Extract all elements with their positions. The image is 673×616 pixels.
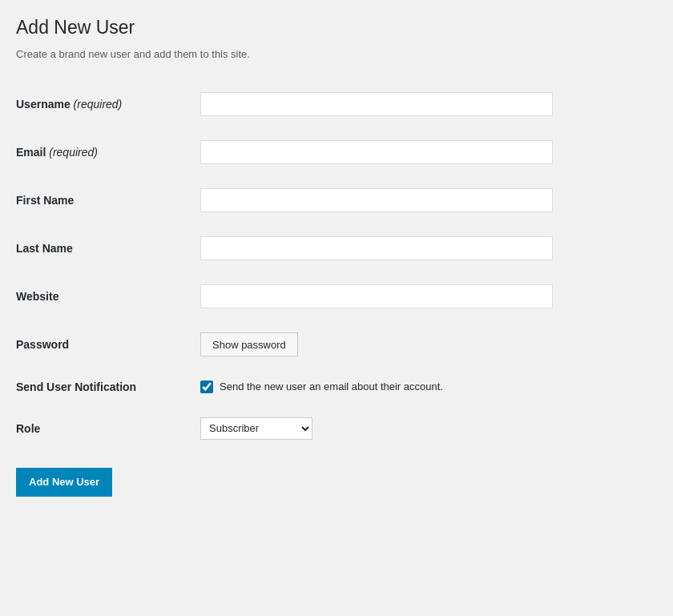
firstname-input[interactable] — [200, 188, 553, 212]
username-input[interactable] — [200, 92, 553, 116]
firstname-label: First Name — [16, 176, 192, 224]
email-row: Email (required) — [16, 128, 657, 176]
user-form-table: Username (required) Email (required) Fir… — [16, 80, 657, 452]
page-title: Add New User — [16, 16, 657, 40]
username-row: Username (required) — [16, 80, 657, 128]
password-label: Password — [16, 320, 192, 368]
password-row: Password Show password — [16, 320, 657, 368]
page-description: Create a brand new user and add them to … — [16, 48, 657, 60]
role-select[interactable]: SubscriberContributorAuthorEditorAdminis… — [200, 417, 312, 440]
submit-section: Add New User — [16, 468, 657, 497]
firstname-row: First Name — [16, 176, 657, 224]
notification-row: Send User Notification Send the new user… — [16, 368, 657, 405]
email-label: Email (required) — [16, 128, 192, 176]
role-label: Role — [16, 405, 192, 452]
show-password-button[interactable]: Show password — [200, 332, 298, 356]
email-input[interactable] — [200, 140, 553, 164]
add-new-user-button[interactable]: Add New User — [16, 468, 112, 497]
lastname-label: Last Name — [16, 224, 192, 272]
notification-checkbox[interactable] — [200, 380, 213, 393]
lastname-input[interactable] — [200, 236, 553, 260]
website-label: Website — [16, 272, 192, 320]
lastname-row: Last Name — [16, 224, 657, 272]
role-row: Role SubscriberContributorAuthorEditorAd… — [16, 405, 657, 452]
notification-text: Send the new user an email about their a… — [220, 380, 443, 393]
notification-label: Send User Notification — [16, 368, 192, 405]
username-label: Username (required) — [16, 80, 192, 128]
notification-container: Send the new user an email about their a… — [200, 380, 649, 393]
website-row: Website — [16, 272, 657, 320]
website-input[interactable] — [200, 284, 553, 308]
